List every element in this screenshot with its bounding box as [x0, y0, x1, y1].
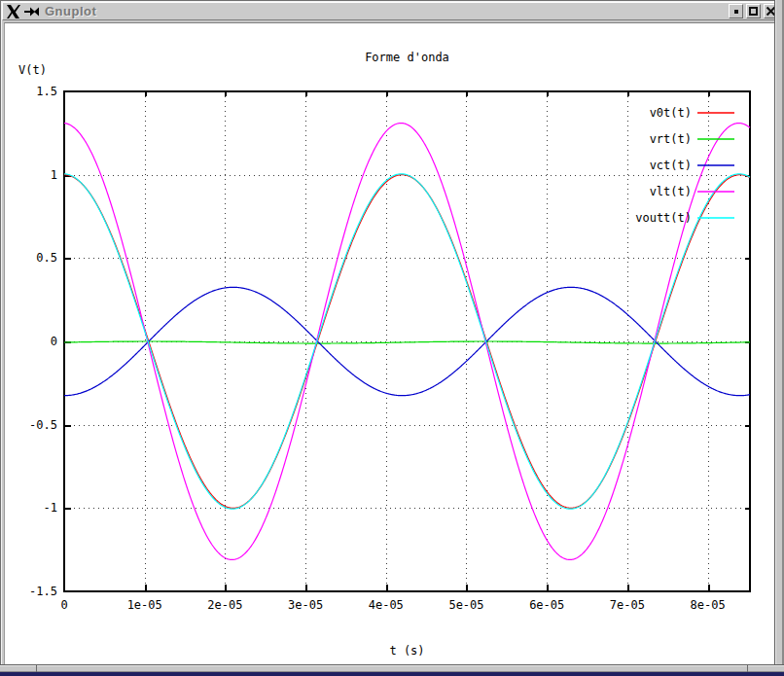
chart-title: Forme d'onda [365, 51, 449, 64]
x-axis-label: t (s) [389, 644, 424, 658]
x-tick-label: 2e-05 [207, 598, 242, 612]
x-tick-label: 0 [60, 598, 67, 612]
maximize-button[interactable] [746, 4, 761, 18]
iconify-icon [734, 10, 738, 14]
legend-label: vlt(t) [650, 185, 692, 198]
gnuplot-window: Gnuplot 01e-052e-053e-054e-055e-056e-057… [0, 0, 784, 676]
plot-client-area: 01e-052e-053e-054e-055e-056e-057e-058e-0… [4, 22, 774, 664]
y-tick-label: 0.5 [36, 251, 57, 265]
pushpin-icon [24, 4, 41, 19]
window-title: Gnuplot [45, 4, 96, 18]
y-tick-label: 0 [51, 335, 57, 348]
legend-label: v0t(t) [650, 106, 692, 120]
iconify-button[interactable] [729, 4, 743, 18]
x-tick-label: 7e-05 [610, 598, 645, 612]
x-tick-label: 8e-05 [691, 598, 726, 612]
desktop-background [0, 672, 784, 676]
y-tick-label: 1.5 [36, 85, 57, 98]
y-axis-label: V(t) [18, 63, 47, 77]
maximize-icon [749, 7, 758, 16]
legend-label: vct(t) [650, 159, 692, 172]
plot-canvas[interactable]: 01e-052e-053e-054e-055e-056e-057e-058e-0… [5, 23, 775, 665]
x11-logo-icon [5, 3, 22, 20]
window-resize-border-bottom[interactable] [0, 664, 784, 672]
series-curve-vrtt [64, 341, 750, 343]
titlebar[interactable]: Gnuplot [2, 2, 782, 20]
x-tick-label: 6e-05 [529, 598, 564, 612]
legend-label: voutt(t) [635, 211, 692, 225]
window-resize-border-right[interactable] [774, 0, 784, 672]
x-tick-label: 1e-05 [127, 598, 162, 612]
y-tick-label: -0.5 [29, 418, 57, 432]
legend-label: vrt(t) [650, 132, 692, 146]
x-tick-label: 3e-05 [288, 598, 323, 612]
x-tick-label: 4e-05 [369, 598, 404, 612]
y-tick-label: -1 [44, 501, 57, 515]
y-tick-label: -1.5 [29, 585, 57, 598]
x-tick-label: 5e-05 [448, 598, 483, 612]
y-tick-label: 1 [51, 168, 57, 182]
